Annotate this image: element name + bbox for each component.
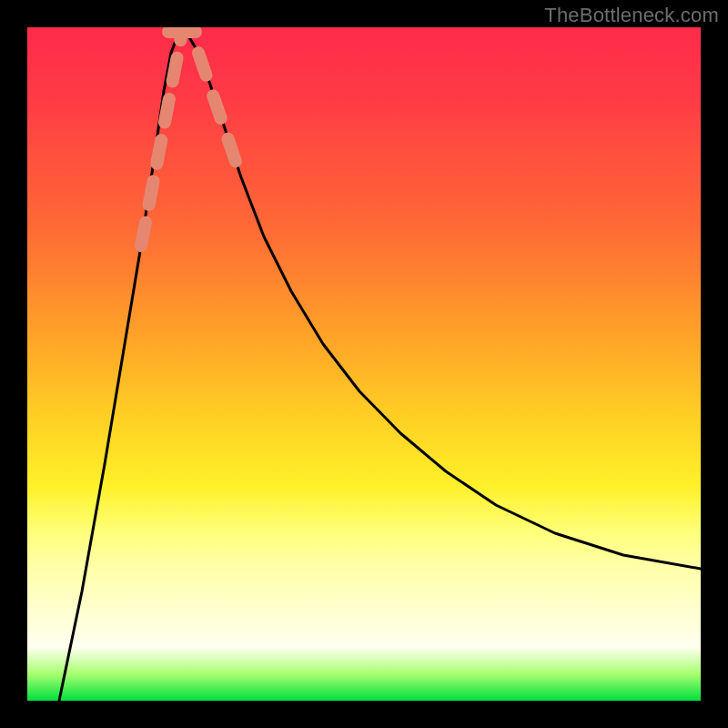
curve-svg [27, 27, 701, 701]
chart-outer-frame: TheBottleneck.com [0, 0, 728, 728]
marker-layer [141, 32, 241, 246]
plot-area [27, 27, 701, 701]
marker-right-segment [198, 53, 241, 177]
attribution-label: TheBottleneck.com [544, 4, 719, 27]
curve-layer [59, 32, 701, 701]
series-v-curve [59, 32, 701, 701]
